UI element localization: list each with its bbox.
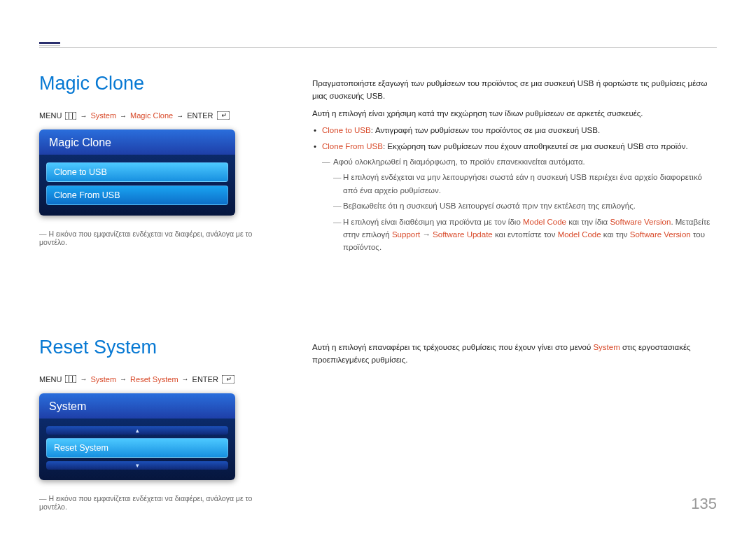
arrow-icon: →	[80, 375, 87, 383]
term-desc: : Εκχώρηση των ρυθμίσεων που έχουν αποθη…	[383, 142, 688, 150]
section-heading-reset-system: Reset System	[39, 337, 277, 358]
scroll-down-indicator[interactable]: ▾	[46, 461, 228, 470]
arrow-icon: →	[182, 375, 189, 383]
sub-sub-list-item: Βεβαιωθείτε ότι η συσκευή USB λειτουργεί…	[312, 199, 717, 212]
menu-item-clone-from-usb[interactable]: Clone From USB	[46, 185, 228, 205]
text-fragment: και εντοπίστε τον	[493, 230, 558, 239]
menu-item-clone-to-usb[interactable]: Clone to USB	[46, 162, 228, 182]
menu-grid-icon	[65, 112, 76, 120]
breadcrumb-system: System	[90, 111, 116, 120]
sub-sub-list-item: Η επιλογή ενδέχεται να μην λειτουργήσει …	[312, 171, 717, 197]
term-desc: : Αντιγραφή των ρυθμίσεων του προϊόντος …	[371, 126, 600, 134]
menu-card-magic-clone: Magic Clone Clone to USB Clone From USB	[39, 129, 235, 216]
desc-paragraph: Αυτή η επιλογή είναι χρήσιμη κατά την εκ…	[312, 107, 717, 120]
arrow-icon: →	[120, 375, 127, 383]
header-accent	[39, 42, 60, 46]
section-heading-magic-clone: Magic Clone	[39, 73, 277, 94]
breadcrumb-menu: MENU	[39, 111, 62, 120]
image-disclaimer: Η εικόνα που εμφανίζεται ενδέχεται να δι…	[39, 230, 277, 246]
image-disclaimer: Η εικόνα που εμφανίζεται ενδέχεται να δι…	[39, 494, 277, 511]
breadcrumb-enter: ENTER	[187, 111, 213, 120]
term-software-version: Software Version	[610, 218, 671, 226]
header-rule	[39, 47, 717, 48]
arrow-icon: →	[120, 112, 127, 120]
desc-paragraph: Πραγματοποιήστε εξαγωγή των ρυθμίσεων το…	[312, 77, 717, 103]
enter-icon	[222, 375, 234, 384]
arrow-icon: →	[80, 112, 87, 120]
text-fragment: και την	[601, 230, 630, 239]
text-fragment: και την ίδια	[566, 218, 610, 226]
enter-icon	[217, 111, 230, 120]
list-item: Clone to USB: Αντιγραφή των ρυθμίσεων το…	[312, 124, 717, 136]
sub-sub-list-item: Η επιλογή είναι διαθέσιμη για προϊόντα μ…	[312, 216, 717, 254]
term-support: Support	[392, 230, 420, 239]
menu-card-title: System	[39, 393, 235, 419]
text-fragment: Η επιλογή είναι διαθέσιμη για προϊόντα μ…	[343, 218, 523, 226]
text-fragment: Αυτή η επιλογή επαναφέρει τις τρέχουσες …	[312, 343, 593, 351]
svg-rect-0	[65, 112, 76, 120]
sub-list-item: Αφού ολοκληρωθεί η διαμόρφωση, το προϊόν…	[312, 155, 717, 168]
menu-grid-icon	[65, 375, 76, 383]
term-system: System	[593, 343, 620, 351]
breadcrumb-magic-clone: MENU → System → Magic Clone → ENTER	[39, 111, 277, 120]
term-model-code: Model Code	[558, 230, 601, 239]
term-model-code: Model Code	[523, 218, 566, 226]
arrow-icon: →	[176, 112, 183, 120]
breadcrumb-reset-system: MENU → System → Reset System → ENTER	[39, 375, 277, 384]
breadcrumb-item: Magic Clone	[130, 111, 173, 120]
breadcrumb-menu: MENU	[39, 375, 62, 384]
term-clone-to-usb: Clone to USB	[322, 126, 371, 134]
desc-paragraph: Αυτή η επιλογή επαναφέρει τις τρέχουσες …	[312, 341, 717, 367]
term-clone-from-usb: Clone From USB	[322, 142, 383, 150]
scroll-up-indicator[interactable]: ▴	[46, 426, 228, 435]
term-software-update: Software Update	[433, 230, 493, 239]
menu-card-system: System ▴ Reset System ▾	[39, 393, 235, 480]
page-number: 135	[691, 495, 717, 513]
breadcrumb-item: Reset System	[130, 375, 178, 384]
breadcrumb-enter: ENTER	[192, 375, 218, 384]
list-item: Clone From USB: Εκχώρηση των ρυθμίσεων π…	[312, 140, 717, 153]
svg-rect-4	[65, 375, 76, 383]
arrow-text: →	[420, 230, 433, 239]
menu-item-reset-system[interactable]: Reset System	[46, 438, 228, 458]
menu-card-title: Magic Clone	[39, 129, 235, 155]
breadcrumb-system: System	[90, 375, 116, 384]
term-software-version: Software Version	[630, 230, 691, 239]
